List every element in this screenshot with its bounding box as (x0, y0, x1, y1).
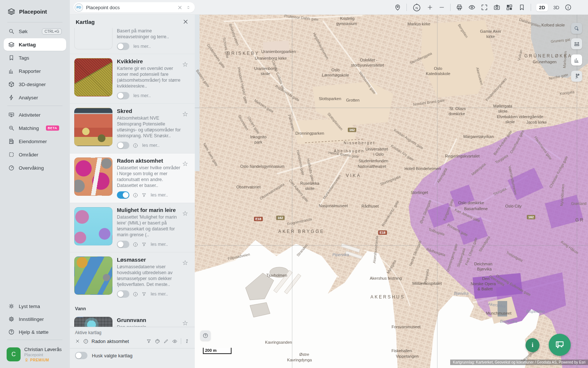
remember-toggle[interactable] (75, 352, 87, 359)
sidebar-item-aktiviteter[interactable]: Aktiviteter (4, 109, 66, 121)
chevron-up-down-icon[interactable] (186, 5, 191, 10)
remove-layer-icon[interactable] (75, 339, 80, 344)
info-icon[interactable] (133, 192, 138, 198)
divider (7, 22, 62, 22)
layer-card-radon[interactable]: Radon aktsomhet Datasettet viser hvilke … (70, 153, 195, 203)
layer-card-partial[interactable]: Basert på marine leireavsetninger og ter… (70, 28, 195, 54)
layer-description: Kartene gir en oversikt over soner med p… (117, 66, 182, 89)
fullscreen-icon[interactable] (481, 4, 488, 11)
favorite-star-icon[interactable]: ☆ (182, 259, 188, 266)
sidebar-item-lyst-tema[interactable]: Lyst tema (4, 300, 66, 312)
sidebar-item-label: Aktiviteter (19, 112, 40, 118)
favorite-star-icon[interactable]: ☆ (182, 210, 188, 217)
active-layer-row[interactable]: ? Radon aktsomhet (70, 337, 195, 346)
sidebar-item-overvaking[interactable]: Overvåking (4, 162, 66, 174)
sidebar-item-omrader[interactable]: Områder (4, 148, 66, 161)
map-info-button[interactable]: i (526, 338, 539, 352)
layer-toggle[interactable] (117, 290, 129, 298)
les-mer-link[interactable]: les mer.. (142, 143, 159, 148)
filter-icon[interactable] (141, 192, 147, 198)
layer-card-losmasser[interactable]: Løsmasser Løsmassedataene viser hovedsak… (70, 252, 195, 302)
layer-card-grunnvann[interactable]: Grunnvann Den nasjonale grunnvannsdataba… (70, 313, 195, 327)
sidebar-item-label: 3D-designer (19, 82, 46, 87)
pen-icon[interactable] (164, 339, 169, 344)
sidebar-item-innstillinger[interactable]: Innstillinger (4, 313, 66, 325)
activity-monitor-icon (8, 112, 15, 118)
mode-2d-button[interactable]: 2D (536, 4, 548, 11)
layer-info-circle-icon: ? (83, 339, 89, 344)
les-mer-link[interactable]: les mer.. (151, 192, 168, 198)
favorite-star-icon[interactable]: ☆ (182, 61, 188, 68)
map-measure-tool-button[interactable] (571, 38, 582, 49)
favorite-star-icon[interactable]: ☆ (182, 111, 188, 117)
filter-icon[interactable] (141, 291, 147, 297)
map-canvas[interactable]: BRISKEBYVIKAAKER BRYGGEAKERSHUSGRÜNERLØK… (195, 15, 588, 368)
sidebar-item-tags[interactable]: Tags (4, 52, 66, 64)
sidebar-item-3d-designer[interactable]: 3D-designer (4, 78, 66, 91)
layer-toggle[interactable] (117, 43, 129, 50)
layer-card-kvikkleire[interactable]: Kvikkleire Kartene gir en oversikt over … (70, 54, 195, 103)
layer-thumbnail (74, 158, 112, 196)
info-icon[interactable] (133, 242, 138, 247)
clear-search-icon[interactable] (177, 5, 183, 10)
camera-icon[interactable] (493, 4, 501, 11)
filter-icon[interactable] (146, 339, 151, 344)
remember-label: Husk valgte kartlag (92, 353, 133, 358)
sidebar-item-analyser[interactable]: Analyser (4, 91, 66, 104)
mode-3d-button[interactable]: 3D (553, 5, 559, 10)
search-input[interactable]: PD Placepoint docs (74, 2, 195, 13)
avatar: C (7, 347, 21, 361)
remember-layers-row: Husk valgte kartlag (70, 348, 195, 362)
map-chart-tool-button[interactable] (571, 54, 582, 66)
les-mer-link[interactable]: les mer.. (151, 291, 168, 297)
reorder-updown-icon[interactable] (184, 339, 190, 344)
layer-description: Aktsomhetskart NVE Steinsprang Potensiel… (117, 115, 182, 139)
user-profile[interactable]: C Christian Løverås Placepoint PREMIUM (0, 342, 70, 368)
layer-card-skred[interactable]: Skred Aktsomhetskart NVE Steinsprang Pot… (70, 103, 195, 153)
close-panel-icon[interactable] (182, 18, 189, 25)
les-mer-link[interactable]: les mer.. (151, 242, 168, 247)
widgets-grid-icon[interactable] (506, 4, 513, 11)
layer-toggle[interactable] (117, 191, 129, 199)
eye-icon[interactable] (468, 4, 476, 11)
palette-icon[interactable] (155, 339, 160, 344)
layer-title: Løsmasser (117, 256, 182, 263)
sidebar-item-eiendommer[interactable]: Eiendommer (4, 135, 66, 148)
location-pin-icon[interactable] (394, 4, 401, 11)
bar-chart-icon (8, 68, 15, 74)
layer-toggle[interactable] (117, 241, 129, 248)
layer-toggle[interactable] (117, 142, 129, 149)
info-icon[interactable] (133, 291, 138, 297)
eye-icon[interactable] (172, 339, 178, 344)
map-help-button[interactable] (200, 330, 211, 341)
sidebar-item-matching[interactable]: Matching BETA (4, 122, 66, 134)
sidebar-item-sok[interactable]: Søk CTRL+G (4, 25, 66, 38)
print-icon[interactable] (456, 4, 463, 11)
sidebar-item-kartlag[interactable]: Kartlag (4, 38, 66, 51)
search-icon (8, 28, 15, 35)
layer-title: Mulighet for marin leire (117, 207, 182, 213)
compass-icon[interactable]: N (412, 3, 422, 12)
favorite-star-icon[interactable]: ☆ (182, 320, 188, 326)
gauge-icon (8, 164, 15, 171)
zoom-out-icon[interactable] (438, 4, 445, 11)
les-mer-link[interactable]: les mer.. (133, 44, 151, 49)
info-icon[interactable] (564, 4, 572, 11)
info-icon[interactable] (133, 143, 138, 148)
les-mer-link[interactable]: les mer.. (133, 93, 151, 98)
map-select-tool-button[interactable] (571, 23, 582, 34)
chat-button[interactable] (549, 334, 571, 356)
bookmark-icon[interactable] (518, 4, 526, 11)
favorite-star-icon[interactable]: ☆ (182, 160, 188, 167)
sidebar-item-hjelp[interactable]: Hjelp & støtte (4, 326, 66, 338)
filter-icon[interactable] (141, 242, 147, 247)
layer-card-marin-leire[interactable]: Mulighet for marin leire Datasettet 'Mul… (70, 203, 195, 252)
zoom-in-icon[interactable] (427, 4, 433, 11)
layer-thumbnail (74, 207, 112, 245)
active-layer-name: Radon aktsomhet (92, 339, 129, 344)
map-traveltime-tool-button[interactable] (571, 71, 582, 82)
layer-description: Datasettet 'Mulighet for marin leire' (M… (117, 214, 182, 238)
sidebar-item-rapporter[interactable]: Rapporter (4, 65, 66, 77)
layer-toggle[interactable] (117, 92, 129, 99)
dashed-area-icon (8, 151, 15, 158)
